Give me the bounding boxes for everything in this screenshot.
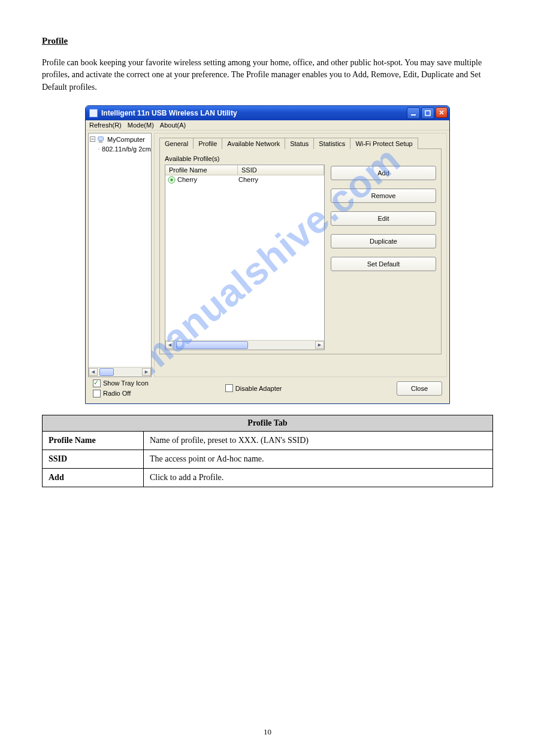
close-window-button[interactable] [436,107,448,118]
checkbox-icon [225,384,233,392]
table-key: SSID [43,450,144,468]
tree-adapter-label: 802.11n/b/g 2cm [102,145,151,153]
tab-strip: General Profile Available Network Status… [159,137,442,148]
collapse-icon[interactable]: − [90,136,95,142]
main-panel: General Profile Available Network Status… [154,133,447,377]
adapter-icon [98,145,100,153]
duplicate-button[interactable]: Duplicate [331,234,436,248]
tree-root[interactable]: − MyComputer [90,135,151,144]
tree-panel: − MyComputer 802.11n/b/g 2cm ◄ [88,133,152,377]
show-tray-icon-label: Show Tray Icon [103,379,149,387]
page-number: 10 [0,727,535,737]
disable-adapter-checkbox[interactable]: Disable Adapter [225,384,282,392]
tree-root-label: MyComputer [107,136,145,143]
profile-row-name: Cherry [177,176,197,183]
svg-rect-0 [411,114,416,116]
show-tray-icon-checkbox[interactable]: Show Tray Icon [93,379,149,387]
edit-button[interactable]: Edit [331,211,436,226]
profile-tab-table: Profile Tab Profile Name Name of profile… [42,415,493,487]
svg-rect-2 [98,137,104,141]
profile-row-ssid: Cherry [236,176,324,184]
table-row: Add Click to add a Profile. [43,468,493,487]
table-value: Name of profile, preset to XXX. (LAN's S… [144,431,493,450]
scroll-left-icon[interactable]: ◄ [89,368,98,376]
tab-wps[interactable]: Wi-Fi Protect Setup [350,138,418,149]
scroll-thumb[interactable] [99,368,114,376]
tab-general[interactable]: General [159,138,193,149]
disable-adapter-label: Disable Adapter [235,385,282,392]
svg-rect-3 [99,141,102,142]
radio-off-label: Radio Off [103,390,131,397]
menu-bar: Refresh(R) Mode(M) About(A) [86,120,449,130]
svg-rect-4 [99,142,103,142]
add-button[interactable]: Add [331,166,436,180]
available-profiles-label: Available Profile(s) [165,155,436,162]
app-window: Intelligent 11n USB Wireless LAN Utility… [85,105,450,404]
scroll-thumb[interactable] [176,341,248,349]
minimize-button[interactable] [407,107,420,119]
title-bar: Intelligent 11n USB Wireless LAN Utility [86,106,449,120]
checkbox-icon [93,379,101,387]
table-row: Profile Name Name of profile, preset to … [43,431,493,450]
svg-point-8 [170,178,173,181]
list-scrollbar[interactable]: ◄ ► [165,340,324,350]
table-header: Profile Tab [43,415,493,431]
col-profile-name[interactable]: Profile Name [165,165,238,175]
profile-icon [168,176,176,184]
scroll-right-icon[interactable]: ► [142,368,151,376]
section-heading: Profile [42,36,493,46]
svg-rect-1 [425,111,430,116]
profile-list[interactable]: Profile Name SSID Cherry [165,165,325,350]
svg-rect-6 [99,149,100,150]
menu-mode[interactable]: Mode(M) [128,122,154,129]
menu-refresh[interactable]: Refresh(R) [89,122,122,129]
tree-adapter[interactable]: 802.11n/b/g 2cm [90,144,151,154]
tab-content: Available Profile(s) Profile Name SSID [159,148,442,354]
radio-off-checkbox[interactable]: Radio Off [93,390,149,397]
tab-status[interactable]: Status [285,138,313,149]
checkbox-icon [93,390,101,397]
tab-statistics[interactable]: Statistics [313,138,350,149]
table-value: The access point or Ad-hoc name. [144,450,493,468]
set-default-button[interactable]: Set Default [331,257,436,271]
profile-list-header: Profile Name SSID [165,165,324,175]
table-key: Add [43,468,144,487]
scroll-right-icon[interactable]: ► [315,341,324,349]
remove-button[interactable]: Remove [331,189,436,203]
profile-row[interactable]: Cherry Cherry [165,175,324,184]
table-key: Profile Name [43,431,144,450]
table-row: SSID The access point or Ad-hoc name. [43,450,493,468]
footer-bar: Show Tray Icon Radio Off Disable Adapter… [88,377,447,401]
svg-rect-5 [98,149,99,150]
table-value: Click to add a Profile. [144,468,493,487]
screenshot: manualshive.com Intelligent 11n USB Wire… [85,105,450,404]
scroll-left-icon[interactable]: ◄ [165,341,174,349]
window-title: Intelligent 11n USB Wireless LAN Utility [101,109,403,117]
computer-icon [97,135,105,144]
maximize-button[interactable] [421,107,434,119]
intro-paragraph: Profile can book keeping your favorite w… [42,57,493,93]
app-icon [89,109,98,117]
tree-scrollbar[interactable]: ◄ ► [89,367,151,377]
col-ssid[interactable]: SSID [238,165,324,175]
menu-about[interactable]: About(A) [160,122,186,129]
tab-profile[interactable]: Profile [193,138,222,149]
close-button[interactable]: Close [397,381,442,396]
tab-available-network[interactable]: Available Network [222,138,285,149]
